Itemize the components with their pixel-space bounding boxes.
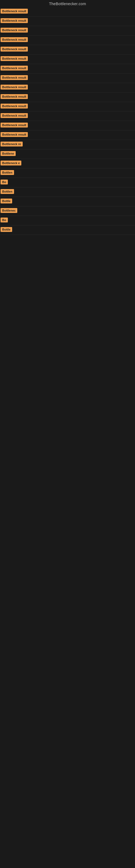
bottleneck-badge[interactable]: Bo	[1, 218, 8, 222]
list-item[interactable]: Bottleneck e	[0, 159, 135, 168]
bottleneck-badge[interactable]: Bottleneck result	[1, 66, 28, 70]
bottleneck-badge[interactable]: Bottleneck result	[1, 56, 28, 61]
list-item[interactable]: Bottleneck result	[0, 83, 135, 93]
site-header: TheBottlenecker.com	[0, 0, 135, 7]
bottleneck-badge[interactable]: Bottleneck result	[1, 85, 28, 90]
bottleneck-badge[interactable]: Bottleneck result	[1, 75, 28, 80]
bottleneck-badge[interactable]: Bottleneck result	[1, 28, 28, 33]
list-item[interactable]: Bottleneck result	[0, 55, 135, 64]
bottleneck-badge[interactable]: Bottleneck e	[1, 161, 21, 165]
bottleneck-badge[interactable]: Bottlen	[1, 189, 14, 194]
bottleneck-badge[interactable]: Bottleneck result	[1, 132, 28, 137]
bottleneck-badge[interactable]: Bottlen	[1, 170, 14, 175]
list-item[interactable]: Bottleneck result	[0, 45, 135, 55]
list-item[interactable]: Bottleneck re	[0, 140, 135, 150]
list-item[interactable]: Bottleneck result	[0, 112, 135, 121]
list-item[interactable]: Bottle	[0, 225, 135, 235]
list-item[interactable]: Bottleneck result	[0, 35, 135, 45]
bottleneck-badge[interactable]: Bottleneck result	[1, 9, 28, 13]
list-item[interactable]: Bottlenec	[0, 207, 135, 216]
list-item[interactable]: Bo	[0, 178, 135, 187]
bottleneck-badge[interactable]: Bottleneck result	[1, 123, 28, 127]
list-item[interactable]: Bottleneck result	[0, 7, 135, 17]
bottleneck-badge[interactable]: Bo	[1, 180, 8, 184]
bottleneck-badge[interactable]: Bottleneck result	[1, 37, 28, 42]
bottleneck-badge[interactable]: Bottleneck result	[1, 94, 28, 99]
bottleneck-badge[interactable]: Bottle	[1, 227, 12, 232]
list-item[interactable]: Bottleneck result	[0, 17, 135, 26]
list-item[interactable]: Bottleneck result	[0, 130, 135, 140]
list-item[interactable]: Bottleneck result	[0, 73, 135, 83]
list-item[interactable]: Bottleneck result	[0, 102, 135, 112]
bottleneck-badge[interactable]: Bottleneck re	[1, 142, 23, 147]
list-item[interactable]: Bottleneck result	[0, 26, 135, 35]
bottleneck-badge[interactable]: Bottleneck result	[1, 46, 28, 52]
bottleneck-badge[interactable]: Bottleneck result	[1, 113, 28, 118]
bottleneck-badge[interactable]: Bottlene	[1, 151, 16, 156]
list-item[interactable]: Bottle	[0, 197, 135, 207]
list-item[interactable]: Bottleneck result	[0, 64, 135, 73]
list-item[interactable]: Bottleneck result	[0, 121, 135, 130]
list-item[interactable]: Bottleneck result	[0, 93, 135, 102]
bottleneck-badge[interactable]: Bottleneck result	[1, 104, 28, 108]
list-item[interactable]: Bottlene	[0, 150, 135, 159]
bottleneck-badge[interactable]: Bottleneck result	[1, 18, 28, 23]
bottleneck-list: Bottleneck resultBottleneck resultBottle…	[0, 7, 135, 235]
bottleneck-badge[interactable]: Bottlenec	[1, 208, 17, 213]
list-item[interactable]: Bottlen	[0, 187, 135, 197]
site-title: TheBottlenecker.com	[0, 0, 135, 7]
list-item[interactable]: Bo	[0, 216, 135, 225]
bottleneck-badge[interactable]: Bottle	[1, 198, 12, 204]
list-item[interactable]: Bottlen	[0, 168, 135, 178]
